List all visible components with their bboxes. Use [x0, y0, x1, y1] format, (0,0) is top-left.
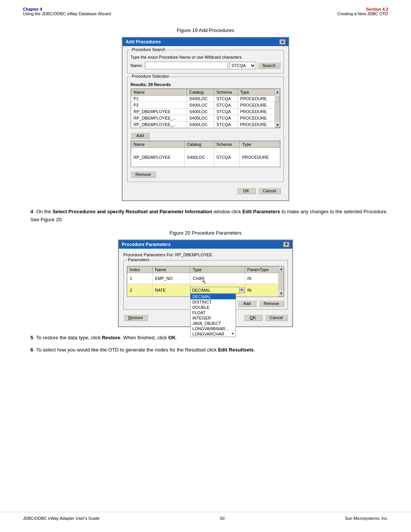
footer-center: 50 [220, 516, 225, 521]
scroll-up-icon[interactable]: ▲ [275, 89, 280, 94]
table-row: RP_DBEMPLOYEE_...S400LOCSTCQAPROCEDURE [131, 115, 275, 121]
page-header: Chapter 4 Using the JDBC/ODBC eWay Datab… [0, 0, 411, 18]
section-label: Section 4.2 [337, 7, 388, 11]
results-table-container: Name Catalog Schema Type P1S400LOCSTCQAP… [131, 88, 280, 128]
select-arrow-icon[interactable]: ▼ [239, 287, 244, 294]
dd-float[interactable]: FLOAT [191, 310, 236, 315]
proc-for-label: Procedure Parameters For: RP_DBEMPLOYEE [123, 252, 288, 257]
params-table-wrapper: Index Name Type ParamType 1 EMP_NO [127, 266, 284, 297]
table-row: RP_DBEMPLOYEES400LOCSTCQAPROCEDURE [131, 148, 280, 167]
remove-button-row: Remove [131, 169, 280, 179]
dialog-buttons: OK Cancel [127, 185, 284, 197]
scroll-thumb[interactable] [275, 95, 279, 103]
dd-java-object[interactable]: JAVA_OBJECT [191, 321, 236, 326]
col-name: Name [131, 89, 187, 96]
footer-left: JDBC/ODBC eWay Adapter User's Guide [23, 516, 100, 521]
params-table-area: Index Name Type ParamType 1 EMP_NO [127, 266, 284, 297]
add-procedures-titlebar: Add Procedures ✕ [123, 38, 288, 46]
parameters-group: Parameters [123, 260, 288, 310]
table-row: RP_DBEMPLOYEES400LOCSTCQAPROCEDURE [131, 109, 275, 115]
chapter-sub: Using the JDBC/ODBC eWay Database Wizard [23, 11, 111, 16]
param-paramtype-2: IN [245, 284, 278, 296]
param-type-2-cell: DECIMAL ▼ DECIMAL DISTINCT DOUBLE [190, 284, 245, 296]
main-content: Figure 19 Add Procedures Add Procedures … [0, 18, 411, 374]
add-procedures-title: Add Procedures [126, 39, 161, 45]
remove-button[interactable]: Remove [131, 171, 156, 178]
schema-select[interactable]: STCQA [229, 62, 256, 69]
search-button[interactable]: Search [258, 62, 281, 69]
type-dropdown-list[interactable]: DECIMAL DISTINCT DOUBLE FLOAT INTEGER JA… [190, 294, 236, 337]
close-icon[interactable]: ✕ [279, 39, 285, 45]
table-row: P1S400LOCSTCQAPROCEDURE [131, 96, 275, 102]
inline-type-select[interactable]: DECIMAL ▼ [190, 287, 244, 294]
params-scroll-down-icon[interactable]: ▼ [279, 291, 284, 296]
procedure-selection-label: Procedure Selection [131, 74, 170, 78]
dd-decimal[interactable]: DECIMAL [191, 294, 236, 299]
params-ok-button[interactable]: OK [244, 314, 263, 321]
param-row-2: 2 RATE DECIMAL ▼ [127, 284, 279, 296]
param-type-1: CHAR [190, 273, 245, 284]
type-dropdown-container: DECIMAL ▼ DECIMAL DISTINCT DOUBLE [190, 287, 244, 294]
para6: 6To select how you would like the OTD to… [23, 346, 388, 354]
restore-button[interactable]: Restore [123, 314, 148, 321]
section-sub: Creating a New JDBC OTD [337, 11, 388, 16]
procedure-selection-group: Procedure Selection Results: 29 Records … [127, 77, 284, 182]
name-row: Name: STCQA Search [131, 62, 280, 69]
param-paramtype-1: IN [245, 273, 278, 284]
param-name-1: EMP_NO [153, 273, 190, 284]
ok-button[interactable]: OK [237, 187, 256, 194]
params-table: Index Name Type ParamType 1 EMP_NO [127, 266, 279, 297]
param-index-2: 2 [127, 284, 153, 296]
col2-type: Type [240, 141, 280, 148]
results-table: Name Catalog Schema Type P1S400LOCSTCQAP… [131, 89, 275, 128]
col-catalog: Catalog [187, 89, 214, 96]
proc-params-title: Procedure Parameters [122, 242, 170, 247]
para4: 4On the Select Procedures and specify Re… [23, 208, 388, 224]
col-type: Type [237, 89, 274, 96]
para5-num: 5 [30, 335, 33, 340]
add-procedures-dialog: Add Procedures ✕ Procedure Search Type t… [122, 37, 289, 201]
search-description: Type the exact Procedure Name or use Wil… [131, 55, 280, 59]
table-row: RP_DBEMPLOYEE_...S400LOCSTCQAPROCEDURE [131, 121, 275, 128]
name-input[interactable] [145, 62, 228, 69]
col-pname: Name [153, 266, 190, 273]
dd-double[interactable]: DOUBLE [191, 305, 236, 310]
dd-longvarbinar[interactable]: LONGVARBINAR... [191, 326, 236, 331]
col-index: Index [127, 266, 153, 273]
cancel-button[interactable]: Cancel [258, 187, 281, 194]
params-scroll-up-icon[interactable]: ▲ [279, 267, 284, 272]
procedure-parameters-dialog: Procedure Parameters ✕ Procedure Paramet… [118, 240, 293, 327]
dd-integer[interactable]: INTEGER [191, 315, 236, 321]
dd-longvarchar[interactable]: LONGVARCHAR▼ [191, 331, 236, 337]
footer-right: Sun Microsystems, Inc. [345, 516, 388, 521]
param-remove-button[interactable]: Remove [259, 300, 284, 307]
inline-select-value: DECIMAL [191, 288, 239, 292]
add-button[interactable]: Add [131, 132, 150, 139]
header-right: Section 4.2 Creating a New JDBC OTD [337, 7, 388, 16]
params-cancel-button[interactable]: Cancel [265, 314, 288, 321]
proc-close-icon[interactable]: ✕ [283, 242, 289, 247]
param-row-1: 1 EMP_NO CHAR IN [127, 273, 279, 284]
ok-cancel-row: OK Cancel [244, 314, 288, 321]
table1-scrollbar[interactable]: ▲ ▼ [275, 89, 280, 128]
proc-params-titlebar: Procedure Parameters ✕ [119, 240, 292, 249]
figure20-title: Figure 20 Procedure Parameters [23, 230, 388, 236]
selected-table: Name Catalog Schema Type RP_DBEMPLOYEES4… [131, 141, 280, 167]
dd-distinct[interactable]: DISTINCT [191, 299, 236, 305]
param-name-2: RATE [153, 284, 190, 296]
chapter-label: Chapter 4 [23, 7, 111, 11]
col2-schema: Schema [214, 141, 240, 148]
params-scrollbar[interactable]: ▲ ▼ [279, 266, 284, 297]
para6-num: 6 [30, 347, 33, 353]
selected-table-container: Name Catalog Schema Type RP_DBEMPLOYEES4… [131, 141, 280, 167]
para4-num: 4 [30, 209, 33, 214]
col-schema: Schema [214, 89, 237, 96]
page-footer: JDBC/ODBC eWay Adapter User's Guide 50 S… [0, 512, 411, 524]
procedure-search-group: Procedure Search Type the exact Procedur… [127, 50, 284, 73]
figure19-title: Figure 19 Add Procedures [23, 27, 388, 33]
procedure-search-label: Procedure Search [131, 47, 167, 52]
param-add-button[interactable]: Add [237, 300, 256, 307]
col-paramtype: ParamType [245, 266, 278, 273]
add-button-row: Add [131, 131, 280, 141]
scroll-down-icon[interactable]: ▼ [275, 122, 280, 128]
